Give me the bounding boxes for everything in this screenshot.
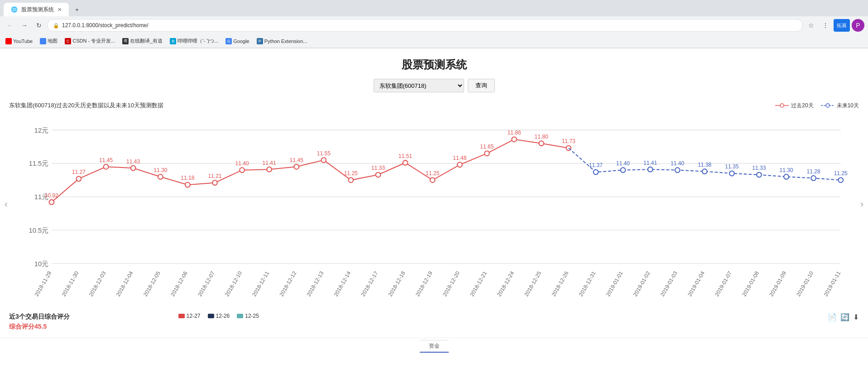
eval-doc-icon[interactable]: 📄: [828, 313, 837, 321]
address-bar[interactable]: 🔒 127.0.0.1:8000/stock_predict/home/: [47, 19, 803, 32]
svg-text:10元: 10元: [34, 260, 48, 268]
svg-text:2018-12-06: 2018-12-06: [169, 270, 189, 298]
svg-text:2019-01-11: 2019-01-11: [822, 270, 842, 298]
svg-text:2018-11-29: 2018-11-29: [34, 270, 53, 298]
main-chart-svg: 10元10.5元11元11.5元12元2018-11-292018-11-302…: [9, 112, 859, 306]
legend-future-icon: [821, 102, 834, 109]
svg-text:2018-12-24: 2018-12-24: [496, 270, 515, 298]
eval-legend-item-2: 12-26: [208, 313, 230, 319]
bookmark-map[interactable]: 地图: [38, 37, 59, 45]
stock-select[interactable]: 东软集团(600718): [374, 79, 464, 92]
eval-download-icon[interactable]: ⬇: [853, 313, 859, 321]
map-icon: [40, 38, 46, 44]
svg-point-76: [484, 151, 489, 156]
footer-tab-capital[interactable]: 资金: [420, 340, 449, 353]
svg-text:11.30: 11.30: [779, 167, 793, 173]
svg-text:11.33: 11.33: [752, 165, 766, 171]
eval-refresh-icon[interactable]: 🔄: [840, 313, 849, 321]
tab-bar: 🌐 股票预测系统 ✕ +: [0, 0, 868, 16]
svg-point-64: [321, 158, 326, 163]
svg-text:11.30: 11.30: [153, 167, 167, 173]
svg-text:2018-12-13: 2018-12-13: [306, 270, 325, 298]
bookmark-map-label: 地图: [48, 38, 58, 44]
page-title: 股票预测系统: [0, 48, 868, 79]
extensions-icon[interactable]: 拓展: [834, 19, 850, 32]
query-button[interactable]: 查询: [468, 79, 495, 92]
svg-text:11.45: 11.45: [290, 157, 303, 163]
back-button[interactable]: ←: [4, 19, 16, 32]
svg-text:2018-12-10: 2018-12-10: [224, 270, 243, 298]
svg-point-56: [212, 180, 217, 185]
svg-point-66: [349, 177, 354, 182]
svg-text:2018-12-19: 2018-12-19: [414, 270, 434, 298]
svg-text:11.5元: 11.5元: [29, 160, 48, 167]
address-text: 127.0.0.1:8000/stock_predict/home/: [62, 22, 149, 29]
svg-point-96: [757, 172, 762, 177]
tab-title: 股票预测系统: [21, 6, 54, 14]
active-tab[interactable]: 🌐 股票预测系统 ✕: [4, 3, 69, 16]
python-icon: P: [257, 38, 263, 44]
forward-button[interactable]: →: [18, 19, 31, 32]
svg-text:2018-12-12: 2018-12-12: [278, 270, 297, 298]
svg-text:11.41: 11.41: [263, 160, 276, 166]
eval-color-1: [178, 314, 185, 318]
youdao-icon: 有: [122, 38, 129, 44]
svg-point-72: [430, 177, 435, 182]
svg-text:11.27: 11.27: [72, 169, 86, 175]
profile-icon[interactable]: P: [852, 19, 864, 32]
svg-text:11.55: 11.55: [317, 150, 331, 157]
svg-text:2019-01-08: 2019-01-08: [741, 270, 760, 298]
lock-icon: 🔒: [53, 23, 59, 29]
svg-text:11.65: 11.65: [480, 144, 494, 150]
svg-point-68: [376, 172, 381, 177]
svg-text:11.48: 11.48: [453, 155, 466, 161]
bookmark-bilibili[interactable]: B 哔哩哔哩（'- ')つ...: [168, 37, 220, 45]
bookmark-youdao[interactable]: 有 在线翻译_有道: [120, 37, 164, 45]
evaluation-section: 近3个交易日综合评分 综合评分45.5 12-27 12-26 12-25 📄 …: [0, 306, 868, 338]
svg-text:2019-01-03: 2019-01-03: [659, 270, 679, 298]
svg-point-84: [593, 170, 598, 175]
chart-section: 东软集团(600718)过去20天历史数据以及未来10天预测数据 过去20天 未…: [0, 101, 868, 306]
svg-point-94: [729, 171, 734, 176]
svg-text:2018-12-25: 2018-12-25: [523, 270, 542, 298]
svg-text:2018-12-05: 2018-12-05: [142, 270, 162, 298]
new-tab-button[interactable]: +: [71, 3, 83, 16]
svg-text:11.21: 11.21: [208, 173, 221, 179]
settings-icon[interactable]: ⋮: [819, 19, 832, 32]
svg-point-62: [294, 164, 299, 169]
legend-past-label: 过去20天: [791, 102, 813, 110]
chart-container: 10元10.5元11元11.5元12元2018-11-292018-11-302…: [9, 112, 859, 306]
svg-text:2018-12-18: 2018-12-18: [387, 270, 407, 298]
query-section: 东软集团(600718) 查询: [0, 79, 868, 92]
svg-point-80: [539, 141, 544, 146]
chart-nav-right[interactable]: ›: [856, 194, 868, 214]
chart-nav-left[interactable]: ‹: [0, 194, 12, 214]
bookmark-youtube[interactable]: YouTube: [4, 37, 34, 45]
svg-text:2019-01-10: 2019-01-10: [795, 270, 815, 298]
eval-title: 近3个交易日综合评分: [9, 313, 70, 321]
svg-text:11.37: 11.37: [589, 162, 603, 168]
svg-text:11.51: 11.51: [398, 153, 412, 159]
bookmarks-icon[interactable]: ☆: [805, 19, 817, 32]
tab-close-icon[interactable]: ✕: [58, 7, 62, 13]
svg-text:11.40: 11.40: [616, 160, 630, 167]
bookmark-python-ext[interactable]: P Python Extension...: [255, 37, 309, 45]
svg-text:11.33: 11.33: [371, 165, 385, 171]
eval-date-1: 12-27: [187, 313, 201, 319]
svg-point-86: [621, 167, 626, 172]
svg-point-46: [77, 177, 82, 182]
svg-text:11.25: 11.25: [426, 170, 439, 177]
bookmark-google-label: Google: [233, 38, 249, 44]
bookmark-python-label: Python Extension...: [264, 38, 307, 44]
footer-tabs: 资金: [0, 338, 868, 354]
eval-left: 近3个交易日综合评分 综合评分45.5: [9, 313, 70, 331]
svg-text:2019-01-07: 2019-01-07: [714, 270, 733, 298]
svg-text:2018-12-07: 2018-12-07: [197, 270, 216, 298]
reload-button[interactable]: ↻: [33, 19, 45, 32]
svg-text:2018-12-20: 2018-12-20: [441, 270, 461, 298]
bookmark-google[interactable]: G Google: [224, 37, 251, 45]
bookmark-csdn[interactable]: C CSDN - 专业开发...: [63, 37, 117, 45]
svg-text:2019-01-09: 2019-01-09: [768, 270, 787, 298]
svg-text:2019-01-02: 2019-01-02: [632, 270, 652, 298]
youtube-icon: [5, 38, 12, 44]
